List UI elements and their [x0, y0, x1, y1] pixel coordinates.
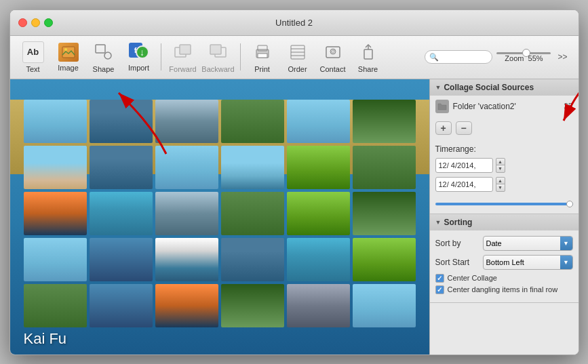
- search-box[interactable]: 🔍: [425, 50, 492, 64]
- backward-button[interactable]: Backward: [201, 39, 236, 75]
- image-tool-button[interactable]: Image: [51, 39, 86, 75]
- sort-start-row: Sort Start Bottom Left ▼: [435, 255, 573, 270]
- photo-14[interactable]: [90, 192, 153, 235]
- collage-row-5: [24, 284, 416, 327]
- photo-18[interactable]: [353, 192, 416, 235]
- order-label: Order: [288, 65, 307, 73]
- sorting-disclosure: ▼: [435, 219, 442, 226]
- center-collage-checkbox[interactable]: ✓: [435, 274, 444, 283]
- date-start-stepper[interactable]: ▲ ▼: [496, 158, 505, 173]
- forward-label: Forward: [169, 65, 196, 73]
- sort-start-select[interactable]: Bottom Left ▼: [483, 255, 573, 270]
- photo-6[interactable]: [353, 100, 416, 143]
- photo-5[interactable]: [287, 100, 350, 143]
- sorting-content: Sort by Date ▼ Sort Start Bottom Left ▼: [430, 230, 579, 302]
- center-collage-row[interactable]: ✓ Center Collage: [435, 274, 573, 283]
- date-row-end: 12/ 4/2014, ▲ ▼: [435, 177, 573, 192]
- more-button[interactable]: >>: [557, 52, 567, 62]
- photo-1[interactable]: [24, 100, 87, 143]
- center-dangling-checkbox[interactable]: ✓: [435, 285, 444, 294]
- share-button[interactable]: Share: [351, 39, 386, 75]
- contact-label: Contact: [320, 65, 346, 73]
- import-tool-button[interactable]: f ↓ Import: [121, 39, 157, 75]
- date-end-input[interactable]: 12/ 4/2014,: [435, 177, 493, 192]
- photo-4[interactable]: [221, 100, 284, 143]
- import-icon: f ↓: [129, 43, 149, 62]
- minimize-button[interactable]: [31, 18, 40, 27]
- photo-26[interactable]: [90, 284, 153, 327]
- window-title: Untitled 2: [275, 18, 313, 28]
- print-button[interactable]: Print: [245, 39, 280, 75]
- image-icon: [58, 43, 79, 62]
- forward-icon: [172, 41, 194, 63]
- print-label: Print: [254, 65, 270, 73]
- add-source-button[interactable]: +: [435, 121, 452, 135]
- svg-point-1: [64, 48, 67, 51]
- photo-9[interactable]: [155, 146, 218, 189]
- order-button[interactable]: Order: [280, 39, 315, 75]
- shape-icon: [93, 41, 115, 63]
- sort-start-arrow: ▼: [560, 255, 572, 270]
- photo-13[interactable]: [24, 192, 87, 235]
- photo-15[interactable]: [155, 192, 218, 235]
- image-label: Image: [58, 64, 79, 72]
- collage-row-3: [24, 192, 416, 235]
- date-end-stepper[interactable]: ▲ ▼: [496, 177, 505, 192]
- photo-19[interactable]: [24, 238, 87, 281]
- svg-rect-7: [210, 45, 221, 54]
- center-collage-label: Center Collage: [448, 274, 497, 282]
- photo-27[interactable]: [155, 284, 218, 327]
- collage-row-1: [24, 100, 416, 143]
- remove-source-button[interactable]: −: [456, 121, 472, 135]
- collage-row-4: [24, 238, 416, 281]
- social-sources-section: ▼ Collage Social Sources Folder 'vacatio…: [430, 79, 579, 214]
- photo-7[interactable]: [24, 146, 87, 189]
- svg-text:@: @: [330, 49, 335, 54]
- photo-20[interactable]: [90, 238, 153, 281]
- center-dangling-row[interactable]: ✓ Center dangling items in final row: [435, 285, 573, 294]
- separator-1: [161, 43, 161, 70]
- photo-16[interactable]: [221, 192, 284, 235]
- date-start-input[interactable]: 12/ 4/2014,: [435, 158, 493, 173]
- photo-25[interactable]: [24, 284, 87, 327]
- shape-tool-button[interactable]: Shape: [86, 39, 121, 75]
- backward-icon: [208, 41, 229, 63]
- zoom-slider-container: Zoom 55%: [496, 52, 551, 62]
- photo-8[interactable]: [90, 146, 153, 189]
- photo-2[interactable]: [90, 100, 153, 143]
- photo-28[interactable]: [221, 284, 284, 327]
- contact-button[interactable]: @ Contact: [315, 39, 351, 75]
- toolbar-arrange: Forward Backward: [165, 39, 236, 75]
- stepper-down-end[interactable]: ▼: [496, 184, 505, 192]
- date-row-start: 12/ 4/2014, ▲ ▼: [435, 158, 573, 173]
- canvas-area[interactable]: Kai Fu: [10, 79, 429, 355]
- titlebar: Untitled 2: [10, 10, 579, 36]
- check-icon-1: ✓: [437, 275, 442, 282]
- photo-29[interactable]: [287, 284, 350, 327]
- sort-by-select[interactable]: Date ▼: [483, 236, 573, 251]
- photo-24[interactable]: [353, 238, 416, 281]
- social-sources-title: Collage Social Sources: [444, 83, 534, 92]
- timerange-label: Timerange:: [435, 144, 573, 154]
- photo-11[interactable]: [287, 146, 350, 189]
- text-tool-button[interactable]: Ab Text: [16, 39, 51, 75]
- sort-start-value: Bottom Left: [486, 258, 538, 266]
- photo-3[interactable]: [155, 100, 218, 143]
- photo-21[interactable]: [155, 238, 218, 281]
- photo-17[interactable]: [287, 192, 350, 235]
- photo-23[interactable]: [287, 238, 350, 281]
- photo-30[interactable]: [353, 284, 416, 327]
- sorting-header[interactable]: ▼ Sorting: [430, 214, 579, 230]
- center-dangling-label: Center dangling items in final row: [448, 285, 558, 294]
- sort-by-arrow: ▼: [560, 236, 572, 251]
- photo-22[interactable]: [221, 238, 284, 281]
- forward-button[interactable]: Forward: [165, 39, 201, 75]
- close-button[interactable]: [18, 18, 27, 27]
- stepper-down-start[interactable]: ▼: [496, 165, 505, 173]
- maximize-button[interactable]: [44, 18, 53, 27]
- timerange-slider[interactable]: [435, 203, 573, 205]
- photo-12[interactable]: [353, 146, 416, 189]
- arrow-to-remove: [538, 79, 579, 131]
- svg-rect-18: [364, 49, 372, 59]
- photo-10[interactable]: [221, 146, 284, 189]
